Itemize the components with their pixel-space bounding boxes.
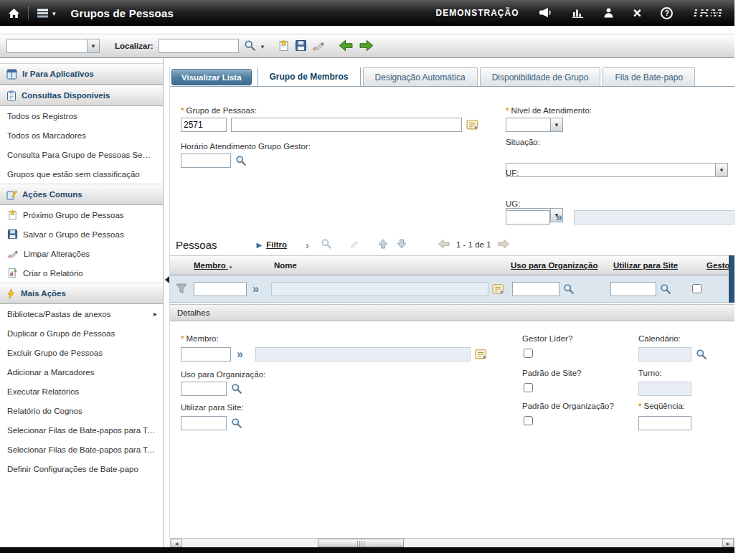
row-uso-org-select-button[interactable] (563, 283, 575, 296)
calendario-select-button[interactable] (696, 349, 707, 361)
reports-button[interactable] (572, 7, 584, 19)
sidebar-item-more-action[interactable]: Relatório do Cognos (0, 401, 163, 420)
membro-input[interactable] (181, 347, 231, 361)
sidebar-item-more-action[interactable]: Selecionar Filas de Bate-papos para Tor.… (0, 440, 163, 459)
next-page-button[interactable] (497, 239, 510, 250)
sidebar-item-query[interactable]: Consulta Para Grupo de Pessoas Sem ... (0, 145, 163, 164)
sequencia-label: Seqüência: (638, 402, 685, 410)
situacao-select[interactable] (506, 163, 728, 177)
move-up-button[interactable] (377, 238, 389, 251)
grupo-de-pessoas-input[interactable] (181, 118, 227, 132)
sidebar-item-go-to-applications[interactable]: Ir Para Aplicativos (0, 63, 163, 85)
chevron-down-icon[interactable] (715, 164, 727, 176)
sidebar-item-query[interactable]: Todos os Marcadores (0, 126, 163, 145)
ug-input[interactable] (506, 210, 550, 224)
sidebar-item-action-save[interactable]: Salvar o Grupo de Pessoas (0, 224, 163, 244)
column-header-uso-para-organizacao[interactable]: Uso para Organização (511, 261, 597, 270)
tab-disponibilidade-de-grupo[interactable]: Disponibilidade de Grupo (480, 67, 601, 86)
filter-collapse-icon[interactable] (306, 240, 309, 250)
sidebar-item-action-report[interactable]: Criar o Relatório (0, 263, 163, 283)
sidebar-item-action-new[interactable]: Próximo Grupo de Pessoas (0, 205, 163, 224)
sign-out-button[interactable] (633, 6, 642, 20)
filter-run-icon[interactable] (257, 240, 263, 249)
sidebar-item-more-action[interactable]: Biblioteca/Pastas de anexos (0, 304, 163, 323)
localizar-input[interactable] (159, 39, 239, 53)
sidebar-item-more-action[interactable]: Definir Configurações de Bate-papo (0, 459, 163, 478)
scroll-left-button[interactable] (171, 539, 182, 547)
row-membro-goto-icon[interactable] (252, 282, 259, 296)
sidebar-section-queries[interactable]: Consultas Disponíveis (0, 85, 163, 106)
sidebar-item-query[interactable]: Grupos que estão sem classificação (0, 164, 163, 184)
go-to-menu-button[interactable] (29, 0, 64, 26)
sidebar-item-more-action[interactable]: Duplicar o Grupo de Pessoas (0, 323, 163, 343)
gestor-lider-label: Gestor Líder? (522, 334, 572, 343)
view-list-button[interactable]: Visualizar Lista (171, 69, 252, 85)
previous-record-button[interactable] (339, 39, 354, 53)
column-header-membro[interactable]: Membro (194, 261, 233, 270)
help-button[interactable] (661, 7, 673, 19)
row-detail-menu-button[interactable] (492, 283, 504, 296)
filter-link[interactable]: Filtro (266, 240, 287, 249)
nivel-select[interactable] (506, 118, 563, 132)
sidebar-item-more-action[interactable]: Executar Relatórios (0, 382, 163, 401)
bulletins-button[interactable] (539, 7, 552, 19)
row-membro-input[interactable] (194, 282, 247, 296)
grupo-de-pessoas-description-input[interactable] (231, 118, 462, 132)
row-filter-icon[interactable] (176, 283, 187, 296)
sidebar-item-more-action[interactable]: Adicionar a Marcadores (0, 362, 163, 382)
sidebar-item-more-action[interactable]: Excluir Grupo de Pessoas (0, 343, 163, 362)
padrao-site-checkbox[interactable] (524, 383, 533, 392)
environment-label: DEMONSTRAÇÃO (436, 8, 519, 18)
gestor-lider-checkbox[interactable] (524, 349, 533, 358)
sequencia-input[interactable] (638, 416, 691, 430)
search-options-caret[interactable] (261, 42, 265, 50)
sidebar-item-more-action[interactable]: Selecionar Filas de Bate-papos para Tor.… (0, 420, 163, 440)
table-search-button[interactable] (321, 238, 332, 251)
membro-goto-icon[interactable] (237, 347, 243, 361)
uso-org-select-button[interactable] (231, 383, 242, 396)
sidebar-item-action-clear[interactable]: Limpar Alterações (0, 244, 163, 263)
search-button[interactable] (244, 39, 256, 53)
scrollbar-thumb[interactable] (318, 539, 404, 547)
bottom-bar (0, 547, 734, 553)
previous-page-button[interactable] (438, 239, 450, 250)
next-record-button[interactable] (359, 39, 374, 53)
save-button[interactable] (295, 39, 307, 53)
column-header-utilizar-para-site[interactable]: Utilizar para Site (613, 261, 678, 270)
row-site-select-button[interactable] (660, 283, 671, 296)
horario-input[interactable] (181, 153, 231, 168)
horario-select-value-button[interactable] (235, 155, 247, 168)
tab-designacao-automatica[interactable]: Designação Automática (363, 67, 478, 86)
horizontal-scrollbar[interactable] (170, 538, 734, 548)
edit-mode-button[interactable] (349, 239, 360, 251)
chevron-down-icon[interactable] (550, 118, 562, 131)
sidebar-section-more-actions[interactable]: Mais Ações (0, 283, 163, 304)
table-vertical-scrollbar[interactable] (729, 255, 734, 303)
site-input[interactable] (181, 416, 227, 430)
row-uso-org-input[interactable] (512, 282, 559, 296)
uso-org-input[interactable] (181, 382, 227, 396)
sidebar-collapse-handle[interactable] (165, 276, 169, 283)
pessoas-table-row[interactable] (170, 275, 734, 303)
sidebar-section-common-actions[interactable]: Ações Comuns (0, 184, 163, 205)
column-header-nome[interactable]: Nome (274, 261, 297, 270)
megaphone-icon (539, 7, 552, 18)
row-site-input[interactable] (610, 282, 656, 296)
padrao-org-checkbox[interactable] (524, 416, 533, 425)
row-gestor-lider-checkbox[interactable] (692, 284, 701, 293)
profile-button[interactable] (603, 7, 614, 19)
home-button[interactable] (0, 0, 28, 26)
ug-goto-icon[interactable] (556, 210, 562, 224)
quick-insert-combobox[interactable] (6, 39, 100, 53)
move-down-button[interactable] (396, 238, 407, 251)
site-select-button[interactable] (231, 417, 242, 430)
grupo-detail-menu-button[interactable] (466, 118, 478, 132)
new-record-button[interactable] (278, 39, 290, 53)
clear-changes-button[interactable] (312, 39, 325, 53)
sidebar-item-query[interactable]: Todos os Registros (0, 106, 163, 126)
membro-detail-menu-button[interactable] (475, 348, 487, 361)
tab-fila-de-bate-papo[interactable]: Fila de Bate-papo (603, 67, 695, 86)
chevron-down-icon[interactable] (87, 39, 99, 52)
scroll-right-button[interactable] (722, 539, 734, 547)
tab-grupo-de-membros[interactable]: Grupo de Membros (257, 67, 361, 86)
